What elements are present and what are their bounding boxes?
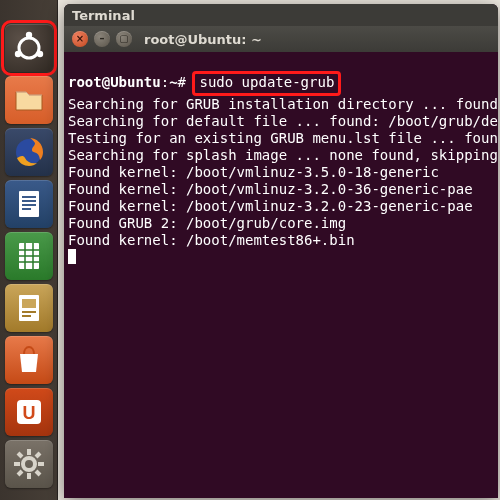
window-title: root@Ubuntu: ~ (144, 32, 262, 47)
launcher-files[interactable] (5, 76, 53, 124)
svg-line-22 (18, 453, 22, 457)
prompt-user-host: root@Ubuntu (68, 74, 161, 90)
svg-line-24 (18, 471, 22, 475)
terminal-cursor (68, 249, 76, 264)
unity-launcher: U (0, 0, 58, 500)
svg-point-17 (23, 458, 35, 470)
svg-line-25 (36, 453, 40, 457)
svg-line-23 (36, 471, 40, 475)
launcher-calc[interactable] (5, 232, 53, 280)
firefox-icon (11, 134, 47, 170)
svg-rect-13 (22, 311, 36, 313)
svg-point-1 (25, 32, 31, 38)
folder-icon (11, 82, 47, 118)
svg-point-3 (36, 51, 42, 57)
window-maximize-button[interactable]: ▢ (116, 31, 132, 47)
prompt-sigil: # (178, 74, 186, 90)
svg-point-2 (14, 51, 20, 57)
window-close-button[interactable]: × (72, 31, 88, 47)
svg-rect-8 (22, 204, 36, 206)
ubuntu-logo-icon (11, 30, 47, 66)
terminal-output: Searching for GRUB installation director… (68, 96, 498, 248)
terminal-content: root@Ubuntu:~# sudo update-grub Searchin… (68, 54, 494, 283)
document-icon (11, 186, 47, 222)
prompt-cwd: ~ (169, 74, 177, 90)
svg-rect-7 (22, 200, 36, 202)
command-highlight: sudo update-grub (192, 71, 341, 96)
svg-text:U: U (22, 403, 35, 423)
window-minimize-button[interactable]: – (94, 31, 110, 47)
global-menubar[interactable]: Terminal (64, 4, 498, 26)
terminal-window: Terminal × – ▢ root@Ubuntu: ~ root@Ubunt… (64, 4, 498, 498)
launcher-software-center[interactable] (5, 336, 53, 384)
presentation-icon (11, 290, 47, 326)
launcher-settings[interactable] (5, 440, 53, 488)
command-text: sudo update-grub (199, 74, 334, 90)
menubar-app-name: Terminal (72, 8, 135, 23)
svg-rect-14 (22, 315, 31, 317)
ubuntu-one-icon: U (11, 394, 47, 430)
launcher-dash[interactable] (5, 24, 53, 72)
launcher-firefox[interactable] (5, 128, 53, 176)
svg-rect-9 (22, 208, 31, 210)
launcher-ubuntu-one[interactable]: U (5, 388, 53, 436)
launcher-impress[interactable] (5, 284, 53, 332)
gear-icon (11, 446, 47, 482)
svg-rect-12 (22, 299, 36, 308)
svg-point-0 (19, 38, 39, 58)
spreadsheet-icon (11, 238, 47, 274)
svg-rect-6 (22, 196, 36, 198)
terminal-viewport[interactable]: root@Ubuntu:~# sudo update-grub Searchin… (64, 52, 498, 498)
window-titlebar[interactable]: × – ▢ root@Ubuntu: ~ (64, 26, 498, 52)
prompt-sep: : (161, 74, 169, 90)
shopping-bag-icon (11, 342, 47, 378)
launcher-writer[interactable] (5, 180, 53, 228)
